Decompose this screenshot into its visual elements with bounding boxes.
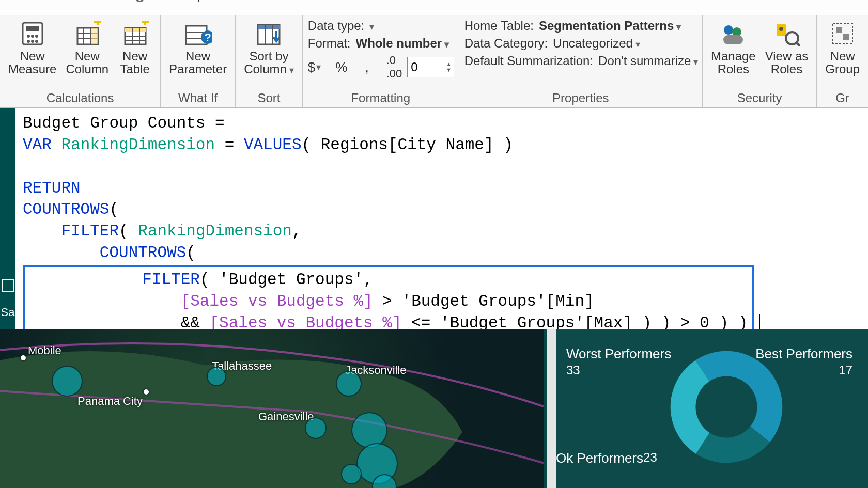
svg-rect-39 [2, 280, 13, 291]
svg-point-5 [27, 40, 30, 43]
data-category-dropdown[interactable]: Uncategorized [553, 36, 640, 51]
svg-rect-31 [723, 35, 743, 44]
map-bubble[interactable] [52, 366, 83, 397]
percent-button[interactable]: % [335, 59, 347, 75]
view-as-roles-icon [772, 20, 800, 48]
group-properties: Home Table: Segmentation Patterns Data C… [459, 15, 703, 107]
map-dot [21, 355, 26, 360]
svg-point-3 [31, 35, 34, 38]
fn-filter2: FILTER [142, 271, 200, 289]
map-bubble[interactable] [305, 417, 327, 439]
parameter-icon: ? [184, 20, 212, 48]
comma: , [292, 222, 302, 240]
formula-bar[interactable]: Budget Group Counts = VAR RankingDimensi… [16, 108, 868, 344]
svg-point-2 [27, 35, 30, 38]
new-group-button[interactable]: New Group [822, 19, 863, 76]
new-group-label: New Group [825, 50, 860, 75]
new-table-label: New Table [120, 50, 149, 75]
manage-roles-icon [719, 20, 747, 48]
kw-var: VAR [23, 136, 61, 154]
donut-label-ok-name: Ok Performers [556, 450, 643, 466]
sort-by-column-button[interactable]: Sort by Column [241, 19, 297, 76]
currency-button[interactable]: $ [308, 59, 321, 75]
formula-area: Budget Group Counts = VAR RankingDimensi… [16, 108, 868, 352]
tab-format[interactable]: Format [220, 0, 298, 9]
map-city-mobile: Mobile [28, 344, 61, 357]
group-title-security: Security [708, 89, 811, 107]
group-title-groups: Gr [822, 89, 863, 107]
new-column-label: New Column [66, 50, 109, 75]
svg-rect-13 [91, 28, 98, 44]
map-city-gainesville: Gainesville [258, 410, 314, 423]
map-bubble[interactable] [336, 371, 362, 397]
map-bubble[interactable] [207, 367, 226, 386]
map-city-panama: Panama City [78, 395, 143, 408]
svg-line-35 [796, 42, 800, 46]
new-group-icon [829, 20, 857, 48]
sort-icon [255, 20, 283, 48]
map-bubble[interactable] [341, 464, 362, 484]
view-as-roles-button[interactable]: View as Roles [762, 19, 812, 76]
tab-help[interactable]: Help [159, 0, 220, 9]
data-type-label: Data type: [308, 19, 364, 33]
svg-rect-38 [843, 34, 849, 40]
measure-name: Budget Group Counts [23, 114, 205, 132]
group-calculations: New Measure New Column New Table Calcula… [0, 15, 161, 107]
menu-tabs: View Modeling Help Format Data / Drill [0, 0, 868, 15]
tab-view[interactable]: View [0, 0, 62, 9]
home-table-dropdown[interactable]: Segmentation Patterns [539, 19, 681, 33]
values-arg: ( Regions[City Name] ) [302, 136, 513, 154]
pane-splitter[interactable] [547, 329, 556, 488]
thousands-button[interactable]: , [365, 59, 368, 75]
group-title-sort: Sort [241, 89, 297, 107]
map-bubble[interactable] [351, 412, 388, 448]
new-table-button[interactable]: New Table [115, 19, 155, 76]
report-view-icon [1, 279, 14, 292]
decimal-places-input[interactable]: ▲▼ [407, 57, 454, 77]
measure-ref1: [Sales vs Budgets %] [181, 292, 373, 310]
donut-label-worst-name: Worst Performers [566, 346, 671, 361]
group-title-calculations: Calculations [5, 89, 155, 107]
map-dot [144, 389, 149, 395]
data-type-dropdown[interactable] [369, 19, 374, 33]
new-parameter-button[interactable]: ? New Parameter [166, 19, 230, 76]
map-visual[interactable]: Mobile Panama City Tallahassee Jacksonvi… [0, 329, 547, 488]
view-as-roles-label: View as Roles [765, 50, 809, 75]
summarization-dropdown[interactable]: Don't summarize [598, 54, 698, 68]
tab-modeling[interactable]: Modeling [62, 0, 159, 9]
decimal-spinner[interactable]: ▲▼ [444, 61, 454, 73]
selection-highlight: FILTER( 'Budget Groups', [Sales vs Budge… [23, 265, 754, 338]
data-category-label: Data Category: [464, 36, 548, 51]
donut-visual[interactable]: Worst Performers 33 Best Performers 17 O… [556, 329, 868, 488]
tab-data-drill[interactable]: Data / Drill [298, 0, 399, 9]
svg-rect-26 [258, 25, 280, 29]
left-rail-label: Sa [0, 306, 16, 319]
decimal-places-field[interactable] [408, 60, 444, 74]
svg-point-6 [31, 40, 34, 43]
manage-roles-label: Manage Roles [711, 50, 756, 75]
donut-label-best-value: 17 [839, 363, 853, 377]
eq: = [205, 114, 234, 132]
gt-clause: > 'Budget Groups'[Min] [373, 292, 594, 310]
group-groups: New Group Gr [817, 15, 868, 107]
manage-roles-button[interactable]: Manage Roles [708, 19, 759, 76]
svg-rect-36 [833, 24, 853, 43]
paren2: ( [186, 244, 196, 262]
paren1: ( [109, 200, 119, 218]
kw-return: RETURN [23, 179, 81, 197]
fn-values: VALUES [244, 136, 302, 154]
svg-point-40 [695, 376, 757, 437]
filter1-arg: RankingDimension [138, 222, 292, 240]
new-measure-button[interactable]: New Measure [5, 19, 59, 76]
group-sort: Sort by Column Sort [236, 15, 303, 107]
donut-label-worst-value: 33 [566, 363, 580, 377]
format-dropdown[interactable]: Whole number [356, 36, 450, 51]
svg-rect-37 [836, 27, 842, 33]
map-land [0, 329, 544, 488]
group-whatif: ? New Parameter What If [161, 15, 236, 107]
svg-point-4 [35, 35, 38, 38]
fn-filter1: FILTER [61, 222, 119, 240]
format-label: Format: [308, 36, 351, 51]
donut-label-worst: Worst Performers 33 [566, 346, 671, 378]
new-column-button[interactable]: New Column [63, 19, 112, 76]
